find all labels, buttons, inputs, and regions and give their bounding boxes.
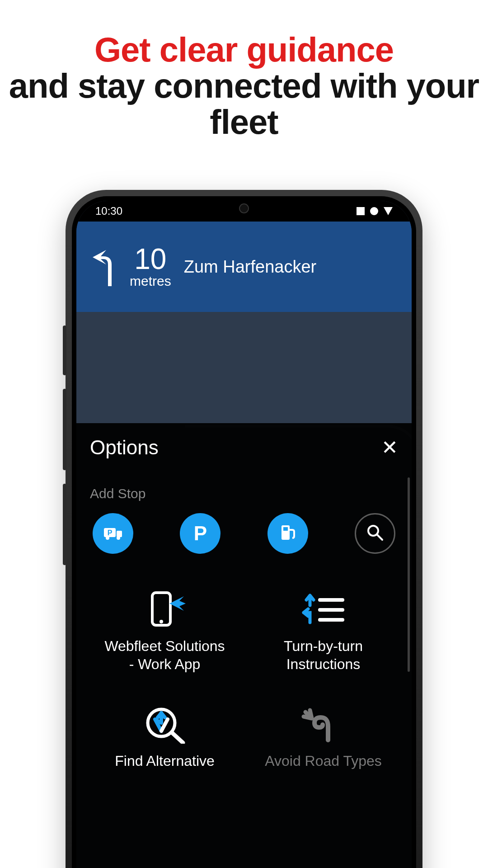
status-time: 10:30 (95, 205, 122, 217)
headline-line1: Get clear guidance (0, 32, 488, 68)
svg-rect-6 (283, 527, 288, 531)
parking-icon: P (194, 522, 207, 545)
add-stop-truck-parking[interactable]: P (93, 513, 133, 554)
distance-value: 10 (130, 245, 171, 274)
phone-screen: 10:30 10 metres Zum Harfenacker (76, 201, 412, 868)
svg-point-3 (106, 536, 109, 540)
svg-rect-2 (117, 531, 122, 537)
phone-share-icon (142, 590, 188, 629)
phone-volume-up (63, 389, 66, 470)
avoid-road-icon (301, 705, 346, 744)
add-stop-row: P P (90, 513, 398, 554)
status-icons (357, 207, 393, 215)
navigation-banner: 10 metres Zum Harfenacker (76, 222, 412, 312)
fuel-icon (278, 523, 298, 544)
tile-label: Avoid Road Types (265, 752, 382, 770)
street-name: Zum Harfenacker (184, 257, 317, 277)
add-stop-parking[interactable]: P (180, 513, 221, 554)
svg-point-10 (160, 620, 163, 623)
add-stop-fuel[interactable] (267, 513, 308, 554)
headline-line2: and stay connected with your fleet (0, 68, 488, 140)
distance-block: 10 metres (130, 245, 171, 289)
phone-side-button (63, 326, 66, 375)
find-alternative-icon (142, 705, 188, 744)
marketing-headline: Get clear guidance and stay connected wi… (0, 0, 488, 140)
tile-label: Webfleet Solutions - Work App (102, 637, 228, 673)
svg-line-8 (377, 535, 382, 540)
tile-turn-by-turn[interactable]: Turn-by-turn Instructions (249, 590, 398, 673)
add-stop-search[interactable] (355, 513, 395, 554)
options-panel: Options ✕ Add Stop P P (76, 423, 412, 868)
svg-line-15 (172, 733, 183, 743)
distance-unit: metres (130, 274, 171, 289)
tile-avoid-road-types[interactable]: Avoid Road Types (249, 705, 398, 770)
tile-find-alternative[interactable]: Find Alternative (90, 705, 239, 770)
options-tiles: Webfleet Solutions - Work App (90, 590, 398, 770)
turn-left-icon (90, 246, 122, 287)
tile-webfleet[interactable]: Webfleet Solutions - Work App (90, 590, 239, 673)
scroll-indicator[interactable] (408, 477, 410, 672)
status-icon-triangle (384, 207, 393, 215)
add-stop-label: Add Stop (90, 486, 398, 501)
svg-point-4 (117, 536, 120, 540)
phone-volume-down (63, 484, 66, 565)
phone-notch (206, 201, 282, 216)
status-icon-circle (370, 207, 378, 215)
close-icon[interactable]: ✕ (381, 436, 398, 459)
search-icon (365, 523, 385, 544)
tile-label: Find Alternative (115, 752, 215, 770)
tile-label: Turn-by-turn Instructions (260, 637, 387, 673)
truck-parking-icon: P (103, 523, 123, 544)
options-title: Options (90, 436, 159, 459)
status-icon-square (357, 207, 365, 215)
svg-text:P: P (108, 529, 113, 537)
phone-frame: 10:30 10 metres Zum Harfenacker (66, 190, 422, 868)
turn-list-icon (301, 590, 346, 629)
